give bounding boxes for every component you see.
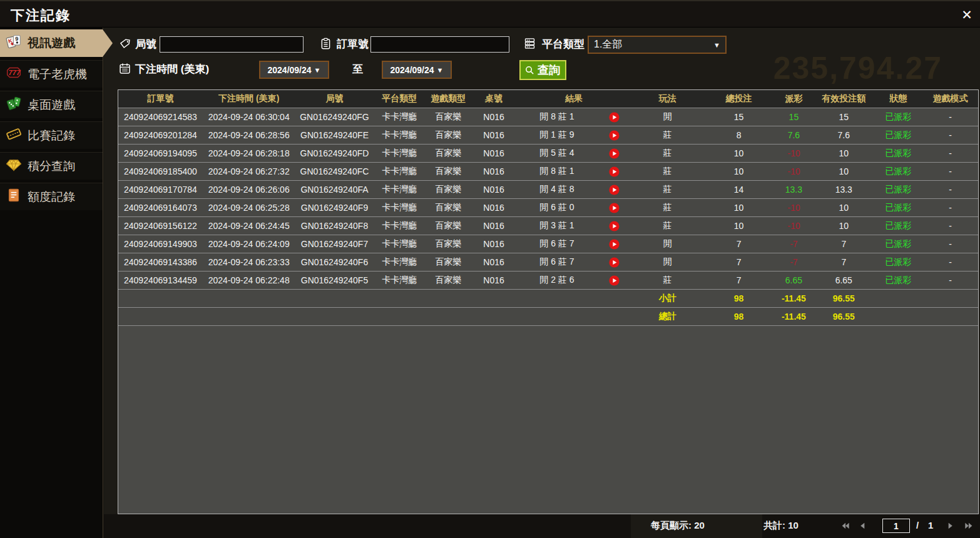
total-pages: 1: [928, 520, 933, 530]
tag-icon: [118, 38, 131, 51]
cell-play: 莊: [631, 272, 704, 289]
sidebar-item-label: 桌面遊戲: [28, 97, 75, 113]
page-number-input[interactable]: [882, 519, 910, 533]
cell-bet-time: 2024-09-24 06:23:33: [203, 253, 295, 271]
cell-game-mode: -: [922, 163, 978, 180]
search-button[interactable]: 查詢: [519, 60, 566, 80]
cell-bet-time: 2024-09-24 06:24:09: [203, 235, 295, 253]
cell-payout: -10: [773, 163, 814, 180]
close-icon[interactable]: ✕: [959, 7, 975, 23]
subtotal-row-valid-bet: 96.55: [814, 290, 874, 307]
total-count-text: 共計: 10: [763, 520, 799, 532]
cell-total-bet: 7: [704, 235, 774, 253]
grand-total-row-payout: -11.45: [773, 308, 814, 325]
cell-replay: [598, 126, 631, 144]
date-from-picker[interactable]: 2024/09/24 ▼: [259, 61, 329, 79]
cell-game-type: 百家樂: [425, 181, 471, 198]
table-header-row: 訂單號下注時間 (美東)局號平台類型遊戲類型桌號結果玩法總投注派彩有效投注額狀態…: [118, 90, 978, 108]
replay-play-icon[interactable]: [609, 130, 620, 141]
cell-payout: -10: [773, 145, 814, 162]
replay-play-icon[interactable]: [609, 112, 620, 123]
cell-payout: -7: [773, 253, 814, 271]
replay-play-icon[interactable]: [609, 185, 620, 195]
cell-payout: 6.65: [773, 272, 814, 289]
cell-order-no: 240924069194095: [118, 145, 203, 162]
cell-total-bet: 7: [704, 253, 774, 271]
table-row: 2409240692012842024-09-24 06:28:56GN0162…: [118, 126, 978, 145]
cell-total-bet: 10: [704, 217, 774, 235]
cell-total-bet: 14: [704, 181, 774, 198]
cell-replay: [598, 199, 631, 216]
date-to-picker[interactable]: 2024/09/24 ▼: [382, 61, 452, 79]
cell-valid-bet: 10: [814, 163, 874, 180]
cell-empty: [598, 308, 631, 325]
cell-valid-bet: 15: [814, 108, 874, 126]
cell-payout: 7.6: [773, 126, 814, 144]
cell-game-type: 百家樂: [425, 217, 471, 235]
sidebar-item-match-records[interactable]: 比賽記錄: [0, 121, 103, 149]
cell-platform: 卡卡灣廳: [374, 217, 425, 235]
cell-round-no: GN016249240F8: [295, 217, 374, 235]
cell-payout: 13.3: [773, 181, 814, 198]
cell-total-bet: 10: [704, 145, 774, 162]
page-separator: /: [916, 520, 919, 530]
last-page-icon[interactable]: [964, 521, 974, 530]
cell-replay: [598, 181, 631, 198]
cell-empty: [295, 308, 374, 325]
sidebar-item-video-games[interactable]: K9視訊遊戲: [0, 29, 113, 57]
cell-empty: [118, 308, 203, 325]
cell-empty: [598, 290, 631, 307]
main-panel: 235,794.27 局號 訂單號 平台類型 1.全部 ▼ 下注時間 (美東) …: [104, 28, 980, 538]
replay-play-icon[interactable]: [609, 203, 620, 213]
round-no-label: 局號: [135, 37, 156, 51]
first-page-icon[interactable]: [840, 521, 850, 530]
cell-game-mode: -: [922, 272, 978, 289]
cell-round-no: GN016249240FC: [295, 163, 374, 180]
cell-order-no: 240924069156122: [118, 217, 203, 235]
sidebar-item-table-games[interactable]: 桌面遊戲: [0, 91, 103, 118]
column-header: 遊戲模式: [922, 90, 978, 108]
cell-platform: 卡卡灣廳: [374, 199, 425, 216]
sidebar-item-credit-records[interactable]: 額度記錄: [0, 183, 103, 210]
cell-status: 已派彩: [874, 235, 922, 253]
cell-payout: -10: [773, 199, 814, 216]
replay-play-icon[interactable]: [609, 239, 620, 250]
cell-table-no: N016: [471, 272, 516, 289]
replay-play-icon[interactable]: [609, 221, 620, 231]
replay-play-icon[interactable]: [609, 166, 620, 177]
grand-total-row: 總計98-11.4596.55: [118, 308, 978, 326]
cell-status: 已派彩: [874, 145, 922, 162]
next-page-icon[interactable]: [945, 521, 956, 530]
column-header: 結果: [516, 90, 631, 108]
cell-round-no: GN016249240F9: [295, 199, 374, 216]
cell-empty: [374, 308, 425, 325]
cell-game-type: 百家樂: [425, 108, 471, 126]
sidebar-item-label: 電子老虎機: [28, 66, 87, 83]
cell-payout: -10: [773, 217, 814, 235]
order-no-input[interactable]: [370, 36, 509, 53]
grand-total-row-total-bet: 98: [704, 308, 774, 325]
bet-records-table: 訂單號下注時間 (美東)局號平台類型遊戲類型桌號結果玩法總投注派彩有效投注額狀態…: [118, 89, 979, 514]
page-title: 下注記錄: [11, 6, 71, 25]
replay-play-icon[interactable]: [609, 148, 620, 159]
cell-order-no: 240924069134459: [118, 272, 203, 289]
pagination-bar: 每頁顯示: 20 共計: 10 / 1: [104, 514, 980, 538]
cell-result: 閒 5 莊 4: [516, 145, 598, 162]
sidebar-item-points-query[interactable]: 積分查詢: [0, 152, 103, 180]
sidebar-item-slots[interactable]: 777電子老虎機: [0, 60, 103, 88]
platform-type-select[interactable]: 1.全部 ▼: [588, 36, 727, 54]
cell-bet-time: 2024-09-24 06:28:18: [203, 145, 295, 162]
bet-time-label: 下注時間 (美東): [135, 62, 209, 76]
cell-empty: [203, 308, 295, 325]
replay-play-icon[interactable]: [609, 275, 620, 286]
replay-play-icon[interactable]: [609, 257, 620, 268]
cell-valid-bet: 10: [814, 199, 874, 216]
column-header: 狀態: [874, 90, 922, 108]
cell-table-no: N016: [471, 108, 516, 126]
cell-payout: 15: [773, 108, 814, 126]
cell-game-mode: -: [922, 108, 978, 126]
round-no-input[interactable]: [160, 36, 304, 53]
prev-page-icon[interactable]: [857, 521, 868, 530]
cell-empty: [516, 308, 598, 325]
cell-replay: [598, 235, 631, 253]
